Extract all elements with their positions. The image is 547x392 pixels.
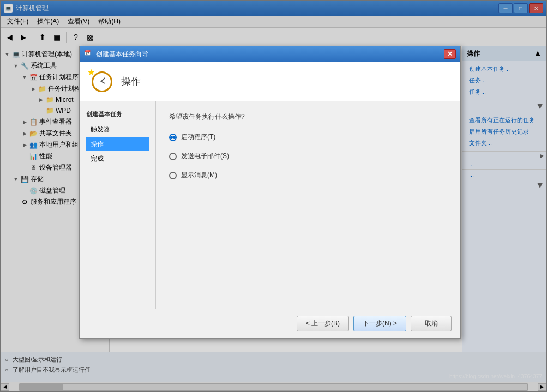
dialog-title-bar: 📅 创建基本任务向导 ✕ <box>80 46 460 62</box>
radio-group: 启动程序(T) 发送电子邮件(S) 显示消息(M) <box>169 132 447 180</box>
wizard-question: 希望该任务执行什么操作? <box>169 112 447 122</box>
radio-circle-1[interactable] <box>169 134 177 141</box>
radio-label-3: 显示消息(M) <box>181 171 217 180</box>
wizard-section-title: 创建基本任务 <box>86 110 149 118</box>
dialog-body: 创建基本任务 触发器 操作 完成 希望该任务执行什么操作? 启动程序(T) 发送… <box>80 101 460 309</box>
radio-item-2[interactable]: 发送电子邮件(S) <box>169 152 447 161</box>
dialog-header-title: 操作 <box>121 75 141 88</box>
wizard-step-finish[interactable]: 完成 <box>86 152 149 166</box>
radio-item-3[interactable]: 显示消息(M) <box>169 171 447 180</box>
dialog-header: ★ 操作 <box>80 62 460 101</box>
dialog-close-button[interactable]: ✕ <box>444 49 456 59</box>
dialog-footer: < 上一步(B) 下一步(N) > 取消 <box>80 309 460 338</box>
dialog-title-text: 创建基本任务向导 <box>96 50 444 59</box>
radio-label-2: 发送电子邮件(S) <box>181 152 229 161</box>
cancel-button[interactable]: 取消 <box>411 316 452 331</box>
radio-circle-3[interactable] <box>169 172 177 179</box>
radio-circle-2[interactable] <box>169 153 177 160</box>
wizard-step-action[interactable]: 操作 <box>86 137 149 151</box>
dialog-title-icon: 📅 <box>84 50 93 58</box>
wizard-step-trigger[interactable]: 触发器 <box>86 123 149 136</box>
radio-item-1[interactable]: 启动程序(T) <box>169 132 447 142</box>
wizard-dialog: 📅 创建基本任务向导 ✕ ★ 操作 创建基本任务 触发器 <box>79 46 461 339</box>
radio-label-1: 启动程序(T) <box>181 132 215 142</box>
wizard-content: 希望该任务执行什么操作? 启动程序(T) 发送电子邮件(S) 显示 <box>156 101 460 309</box>
back-button[interactable]: < 上一步(B) <box>297 316 349 331</box>
dialog-header-icon: ★ <box>88 68 115 94</box>
star-icon: ★ <box>87 67 95 77</box>
wizard-steps: 创建基本任务 触发器 操作 完成 <box>80 101 156 309</box>
next-button[interactable]: 下一步(N) > <box>353 316 406 331</box>
